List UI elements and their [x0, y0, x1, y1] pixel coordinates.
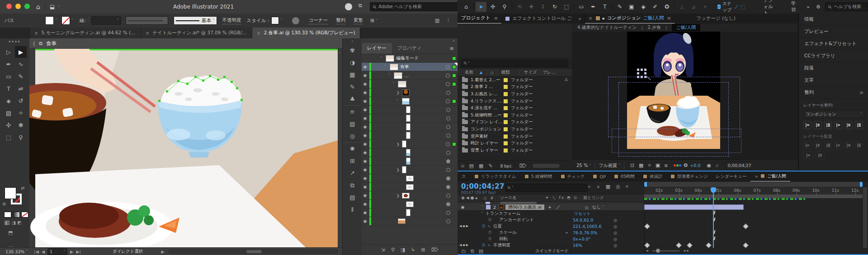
layer-row[interactable]: ◉ — [362, 217, 458, 226]
artboards-icon[interactable]: ⊞ — [343, 155, 362, 167]
layer-thumbnail[interactable] — [406, 106, 410, 113]
target-circle[interactable] — [446, 202, 450, 206]
stroke-style-dropdown[interactable]: 基本˅ — [174, 16, 217, 25]
snap-node-icon[interactable]: ⟋ — [735, 4, 738, 10]
target-circle[interactable] — [446, 116, 450, 121]
expand-icon[interactable]: ❯ — [396, 168, 400, 172]
timeline-tab-9[interactable]: レンダーキュー — [712, 172, 751, 181]
playhead-line[interactable] — [713, 187, 714, 248]
panel-menu-icon[interactable]: ≡ — [450, 46, 454, 51]
rotation-tool[interactable]: ↻ — [549, 2, 560, 12]
artboard-nav-input[interactable]: 1˅ — [47, 248, 67, 255]
expand-icon[interactable]: ˅ — [380, 56, 384, 60]
expand-icon[interactable]: ˅ — [384, 65, 388, 69]
layer-thumbnail[interactable] — [406, 149, 410, 156]
timeline-search-input[interactable]: ⚲˅ — [505, 184, 587, 192]
target-circle[interactable] — [446, 159, 450, 163]
layer-row[interactable]: ◉ — [362, 106, 458, 114]
comp-mini-flowchart-icon[interactable]: ⌁ — [588, 184, 591, 190]
eraser-tool[interactable]: ◈ — [638, 2, 649, 12]
target-circle[interactable] — [446, 74, 450, 78]
artboard-tool[interactable]: ⬚ — [3, 131, 14, 143]
new-layer-icon[interactable]: ⊞ — [421, 247, 425, 253]
timeline-tab-1[interactable]: ス — [458, 172, 470, 181]
isolation-back-icon[interactable]: ⟨ — [33, 41, 35, 46]
selection-color-chip[interactable] — [452, 56, 456, 60]
target-circle[interactable] — [446, 185, 450, 189]
axis-local-icon[interactable]: ⊥ — [676, 2, 687, 12]
layer-row[interactable]: ◉❯ — [362, 140, 458, 148]
swatches-icon[interactable]: ▦ — [343, 69, 362, 81]
property-value[interactable]: 16% — [573, 243, 582, 248]
mask-visibility-icon[interactable]: ⌗ — [648, 162, 651, 168]
visibility-eye-icon[interactable]: ◉ — [362, 82, 368, 86]
zoom-window-button[interactable] — [24, 4, 30, 9]
visibility-eye-icon[interactable]: ◉ — [362, 185, 368, 189]
layer-thumbnail[interactable] — [406, 209, 410, 216]
target-circle[interactable] — [446, 134, 450, 138]
project-settings-icon[interactable]: ✎ — [488, 163, 492, 169]
paintbrush-tool[interactable]: ✎ — [15, 70, 27, 82]
expand-icon[interactable]: ❯ — [396, 194, 400, 198]
pan-camera-tool[interactable]: ✚ — [526, 2, 537, 12]
visibility-eye-icon[interactable]: ◉ — [362, 99, 368, 103]
draft-3d-icon[interactable]: ⌅ — [596, 184, 600, 190]
label-color-chip[interactable] — [503, 99, 508, 104]
new-folder-icon[interactable]: ▤ — [469, 163, 474, 169]
target-circle[interactable] — [446, 99, 450, 103]
pen-tool[interactable]: ✒ — [3, 58, 14, 70]
sidebar-panel-4[interactable]: CCライブラリ — [799, 50, 868, 62]
target-circle[interactable] — [446, 151, 450, 155]
label-color-chip[interactable] — [503, 148, 508, 153]
workspace-switcher-icon[interactable]: ⬓ ˅ — [50, 4, 60, 10]
clone-stamp-tool[interactable]: ▣ — [626, 2, 637, 12]
rotate-view-tool[interactable]: ↺ — [15, 95, 27, 107]
layer-row[interactable]: ◉ — [362, 157, 458, 166]
layer-color-chip[interactable] — [486, 205, 491, 209]
width-profile-dropdown[interactable]: ˅ — [126, 16, 168, 25]
fill-dropdown[interactable]: ˅ — [55, 19, 57, 23]
color-panel-icon[interactable]: ✾ — [343, 44, 362, 56]
visibility-eye-icon[interactable]: ◉ — [362, 210, 368, 215]
timeline-graph-area[interactable]: 02s03s04s05s06s07s08s09s10s11s12s IIII ⏶… — [644, 181, 867, 254]
target-circle[interactable] — [446, 125, 450, 129]
sidebar-panel-6[interactable]: 文字 — [799, 74, 868, 87]
type-tool[interactable]: T — [599, 2, 610, 12]
layer-thumbnail[interactable] — [402, 166, 406, 173]
property-value[interactable]: 76.0,76.0% — [573, 230, 597, 235]
property-row[interactable]: ⏱︎スケール76.0,76.0%∞◎ — [458, 229, 644, 236]
camera-tool[interactable]: ⬚ — [561, 2, 572, 12]
workspace-learn[interactable]: 学習 — [791, 0, 797, 13]
direct-selection-tool[interactable]: ▷ — [3, 46, 14, 58]
motion-blur-icon[interactable]: ◎ — [616, 184, 620, 190]
layer-thumbnail[interactable] — [390, 64, 398, 70]
transparency-grid-icon[interactable]: ▦ — [639, 162, 643, 168]
source-name-column[interactable]: ソース名 — [500, 195, 516, 201]
last-artboard-icon[interactable]: ▶| — [76, 249, 81, 254]
document-setup-icon[interactable] — [292, 17, 299, 24]
style-dropdown[interactable]: ˅ — [280, 19, 282, 23]
layer-thumbnail[interactable] — [406, 115, 410, 122]
visibility-eye-icon[interactable]: ◉ — [362, 90, 368, 95]
property-value[interactable]: 221.4,1065.6 — [573, 224, 601, 229]
layer-thumbnail[interactable] — [402, 193, 410, 199]
keyframe-diamond[interactable] — [706, 242, 712, 248]
visibility-eye-icon[interactable]: ◉ — [362, 116, 368, 121]
guides-icon[interactable]: ⧈ — [665, 162, 668, 168]
project-search-input[interactable]: ⚲˅ — [461, 60, 568, 67]
tab-footage[interactable]: フッテージ (なし) — [693, 14, 739, 23]
ai-canvas[interactable]: ⟨ ⧉ 食事 — [29, 38, 342, 247]
align-button[interactable] — [834, 141, 842, 149]
screen-mode-button[interactable]: ⬒ — [8, 230, 13, 236]
comp-breadcrumb[interactable]: 4.健康的なナイトルーティン ⟨ 2.夕食 ⟨ ご飯/人間 — [572, 23, 798, 32]
workspace-overflow-icon[interactable]: » — [807, 4, 810, 10]
corner-link[interactable]: コーナー — [308, 17, 328, 24]
hand-tool[interactable]: ✣ — [487, 2, 498, 12]
keyframe-diamond[interactable] — [743, 242, 749, 248]
select-similar-icon[interactable]: ⊞˅ — [370, 18, 377, 23]
keyframe-nav[interactable]: ◀◆▶ — [459, 243, 469, 247]
ae-help-search-input[interactable]: ⚲ ヘルプを検索 — [825, 2, 868, 11]
align-button[interactable] — [815, 151, 825, 159]
new-sublayer-icon[interactable]: ↳ — [411, 247, 415, 253]
layer-thumbnail[interactable] — [406, 132, 410, 139]
